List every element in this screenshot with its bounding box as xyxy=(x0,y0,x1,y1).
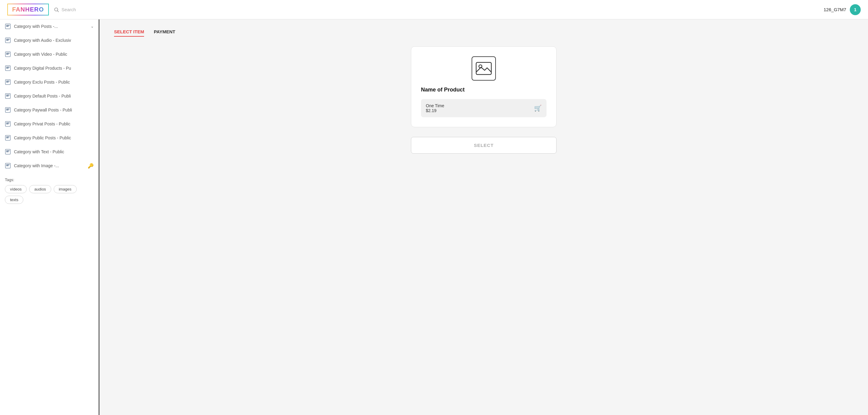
sidebar-item-category-digital-products[interactable]: Category Digital Products - Pu xyxy=(0,61,99,75)
sidebar-item-category-default-posts[interactable]: Category Default Posts - Publi xyxy=(0,89,99,103)
image-icon xyxy=(475,62,492,75)
app-header: FANHERO Search 126_G7M7 1 xyxy=(0,0,868,20)
svg-rect-29 xyxy=(5,149,11,154)
sidebar-item-category-privat-posts[interactable]: Category Privat Posts - Public xyxy=(0,117,99,131)
svg-rect-13 xyxy=(6,68,8,68)
select-button[interactable]: SELECT xyxy=(411,137,557,153)
tab-payment[interactable]: PAYMENT xyxy=(154,29,175,37)
svg-rect-35 xyxy=(476,62,491,74)
header-left: FANHERO Search xyxy=(7,4,76,15)
price-row: One Time $2.19 🛒 xyxy=(421,99,547,117)
sidebar-label-9: Category with Text - Public xyxy=(14,149,94,154)
svg-rect-16 xyxy=(6,82,8,82)
svg-rect-34 xyxy=(6,165,8,166)
category-icon xyxy=(5,121,11,127)
svg-rect-17 xyxy=(5,94,11,99)
sidebar-label-5: Category Default Posts - Publi xyxy=(14,94,94,98)
svg-rect-30 xyxy=(6,150,9,151)
svg-rect-23 xyxy=(5,122,11,127)
tags-label: Tags: xyxy=(5,177,94,182)
svg-rect-21 xyxy=(6,109,9,109)
tags-section: Tags: vídeos audios images texts xyxy=(0,173,99,209)
sidebar-item-category-public-posts[interactable]: Category Public Posts - Public xyxy=(0,131,99,145)
sidebar-label-0: Category with Posts -... xyxy=(14,24,88,29)
key-icon: 🔑 xyxy=(88,163,94,169)
product-image-placeholder xyxy=(472,56,496,80)
sidebar-label-2: Category with Video - Public xyxy=(14,52,94,57)
avatar: 1 xyxy=(850,4,861,15)
product-card: Name of Product One Time $2.19 🛒 xyxy=(411,46,557,127)
tag-videos[interactable]: vídeos xyxy=(5,185,27,193)
sidebar-item-category-with-image[interactable]: Category with Image -... 🔑 xyxy=(0,159,99,173)
svg-rect-6 xyxy=(6,39,9,40)
sidebar-label-10: Category with Image -... xyxy=(14,163,85,168)
select-button-container: SELECT xyxy=(411,137,557,153)
tabs: SELECT ITEM PAYMENT xyxy=(114,29,854,37)
svg-rect-3 xyxy=(6,25,9,26)
category-icon xyxy=(5,107,11,113)
search-area[interactable]: Search xyxy=(54,7,76,12)
main-layout: Category with Posts -... ⌄ Category with… xyxy=(0,20,868,415)
category-icon xyxy=(5,23,11,29)
category-icon xyxy=(5,79,11,85)
sidebar-item-category-paywall-posts[interactable]: Category Paywall Posts - Publi xyxy=(0,103,99,117)
svg-rect-15 xyxy=(6,81,9,81)
category-icon xyxy=(5,37,11,43)
category-icon xyxy=(5,149,11,155)
svg-rect-22 xyxy=(6,110,8,110)
search-icon xyxy=(54,7,59,12)
svg-rect-10 xyxy=(6,54,8,55)
svg-rect-4 xyxy=(6,26,8,27)
svg-rect-18 xyxy=(6,95,9,96)
category-icon xyxy=(5,135,11,141)
cart-icon: 🛒 xyxy=(534,104,542,112)
tag-images[interactable]: images xyxy=(54,185,77,193)
svg-rect-19 xyxy=(6,96,8,96)
svg-rect-12 xyxy=(6,67,9,68)
username: 126_G7M7 xyxy=(824,7,846,12)
svg-rect-9 xyxy=(6,53,9,54)
sidebar: Category with Posts -... ⌄ Category with… xyxy=(0,20,99,415)
product-name: Name of Product xyxy=(421,87,465,93)
content-area: SELECT ITEM PAYMENT Name of Product One … xyxy=(99,20,868,415)
svg-rect-11 xyxy=(5,66,11,71)
pricing-label: One Time xyxy=(426,103,444,108)
header-right: 126_G7M7 1 xyxy=(824,4,861,15)
svg-rect-28 xyxy=(6,138,8,138)
category-icon xyxy=(5,65,11,71)
category-icon xyxy=(5,163,11,169)
sidebar-label-1: Category with Audio - Exclusiv xyxy=(14,38,94,43)
search-placeholder: Search xyxy=(62,7,76,12)
svg-line-1 xyxy=(57,11,59,12)
category-icon xyxy=(5,93,11,99)
sidebar-item-category-with-audio[interactable]: Category with Audio - Exclusiv xyxy=(0,33,99,47)
price-info: One Time $2.19 xyxy=(426,103,444,113)
svg-rect-7 xyxy=(6,40,8,41)
svg-rect-14 xyxy=(5,80,11,85)
svg-rect-31 xyxy=(6,151,8,152)
sidebar-label-4: Category Exclu Posts - Public xyxy=(14,80,94,84)
sidebar-item-category-with-text[interactable]: Category with Text - Public xyxy=(0,145,99,159)
svg-rect-32 xyxy=(5,163,11,168)
tag-audios[interactable]: audios xyxy=(29,185,51,193)
svg-rect-33 xyxy=(6,165,9,165)
svg-rect-20 xyxy=(5,108,11,113)
sidebar-label-7: Category Privat Posts - Public xyxy=(14,122,94,126)
tags-row: vídeos audios images texts xyxy=(5,185,94,204)
svg-rect-5 xyxy=(5,38,11,43)
price-amount: $2.19 xyxy=(426,108,444,113)
svg-rect-26 xyxy=(5,135,11,141)
svg-rect-2 xyxy=(5,24,11,29)
logo: FANHERO xyxy=(7,4,49,15)
sidebar-item-category-exclu-posts[interactable]: Category Exclu Posts - Public xyxy=(0,75,99,89)
sidebar-item-category-with-video[interactable]: Category with Video - Public xyxy=(0,47,99,61)
tag-texts[interactable]: texts xyxy=(5,196,23,204)
sidebar-label-8: Category Public Posts - Public xyxy=(14,135,94,140)
svg-rect-27 xyxy=(6,137,9,137)
chevron-down-icon: ⌄ xyxy=(91,24,94,29)
svg-rect-8 xyxy=(5,52,11,57)
svg-rect-25 xyxy=(6,124,8,124)
tab-select-item[interactable]: SELECT ITEM xyxy=(114,29,144,37)
sidebar-item-category-with-posts[interactable]: Category with Posts -... ⌄ xyxy=(0,20,99,33)
sidebar-label-3: Category Digital Products - Pu xyxy=(14,66,94,71)
